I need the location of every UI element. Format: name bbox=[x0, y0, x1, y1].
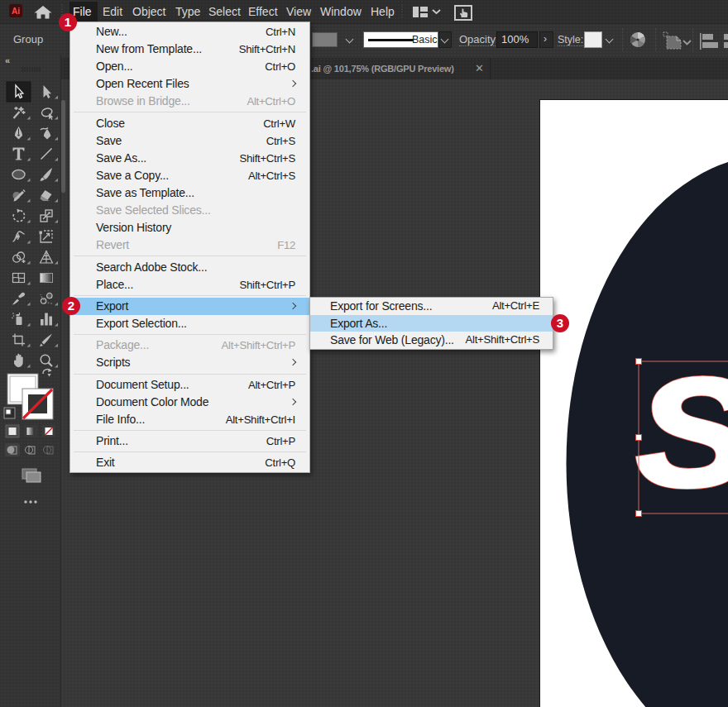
svg-text:S: S bbox=[636, 346, 728, 518]
svg-text:Ai: Ai bbox=[12, 7, 20, 16]
